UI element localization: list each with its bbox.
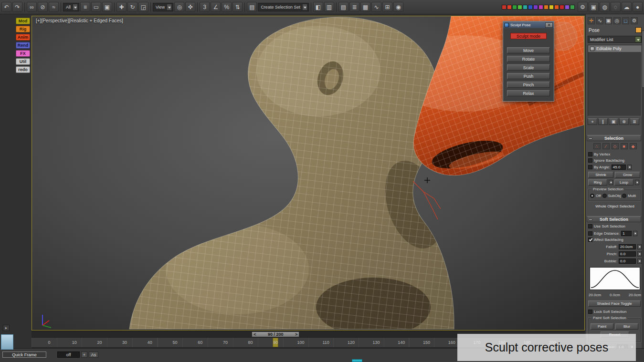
redo-icon[interactable]: ↷ bbox=[12, 2, 22, 12]
ribbon-toggle-icon[interactable]: ▦ bbox=[360, 2, 370, 12]
color-swatch[interactable] bbox=[538, 5, 543, 10]
bubble-spinner[interactable] bbox=[637, 259, 642, 264]
time-slider-handle[interactable]: < 90 / 200 > bbox=[252, 331, 299, 337]
sculpt-rotate-button[interactable]: Rotate bbox=[507, 56, 550, 62]
checkbox-by-vertex[interactable] bbox=[588, 152, 592, 156]
color-swatch[interactable] bbox=[560, 5, 564, 10]
shrink-button[interactable]: Shrink bbox=[588, 172, 613, 178]
sculpt-scale-button[interactable]: Scale bbox=[507, 64, 550, 71]
color-swatch[interactable] bbox=[512, 5, 517, 10]
quick-frame-button[interactable]: Quick Frame bbox=[2, 352, 46, 358]
select-and-link-icon[interactable]: ∞ bbox=[27, 2, 37, 12]
expand-arrow-icon[interactable]: ▸ bbox=[3, 325, 10, 331]
sculpt-dialog-titlebar[interactable]: Sculpt Pose ✕ bbox=[503, 21, 554, 28]
make-unique-icon[interactable]: ▣ bbox=[609, 118, 618, 125]
sculpt-pose-dialog[interactable]: Sculpt Pose ✕ Sculpt mode MoveRotateScal… bbox=[503, 21, 554, 102]
element-mode-icon[interactable]: ◆ bbox=[630, 143, 637, 149]
snaps-toggle-icon[interactable]: 3 bbox=[200, 2, 210, 12]
polygon-mode-icon[interactable]: ■ bbox=[621, 143, 628, 149]
ring-spinner[interactable] bbox=[609, 180, 613, 185]
select-and-manipulate-icon[interactable]: ✜ bbox=[185, 2, 195, 12]
render-setup-icon[interactable]: ⚙ bbox=[578, 2, 588, 12]
panel-scrollbar[interactable] bbox=[642, 31, 644, 362]
utilities-tab-icon[interactable]: ⚙ bbox=[631, 17, 638, 24]
color-swatch[interactable] bbox=[565, 5, 570, 10]
perspective-viewport[interactable]: [+][Perspective][Realistic + Edged Faces… bbox=[32, 16, 585, 331]
side-tab-fx[interactable]: FX bbox=[16, 50, 30, 57]
radio-preview-off[interactable] bbox=[590, 194, 594, 198]
display-tab-icon[interactable]: □ bbox=[622, 17, 629, 24]
modify-tab-icon[interactable]: ∿ bbox=[596, 17, 603, 24]
color-swatch[interactable] bbox=[517, 5, 522, 10]
color-swatch[interactable] bbox=[533, 5, 538, 10]
color-swatch[interactable] bbox=[528, 5, 533, 10]
show-end-result-icon[interactable]: ∥ bbox=[598, 118, 608, 125]
modifier-stack[interactable]: Editable Poly bbox=[588, 45, 642, 116]
remove-modifier-icon[interactable]: ⊗ bbox=[619, 118, 629, 125]
spinner-snap-icon[interactable]: ⇅ bbox=[232, 2, 243, 12]
edit-named-selection-sets-icon[interactable]: ▤ bbox=[247, 2, 257, 12]
color-swatch[interactable] bbox=[523, 5, 528, 10]
loop-button[interactable]: Loop bbox=[614, 179, 633, 186]
select-and-move-icon[interactable]: ✚ bbox=[116, 2, 127, 12]
hierarchy-tab-icon[interactable]: ▣ bbox=[605, 17, 612, 24]
close-icon[interactable]: ✕ bbox=[545, 22, 553, 28]
side-tab-util[interactable]: Util bbox=[16, 58, 30, 65]
falloff-spinner[interactable] bbox=[637, 244, 642, 249]
bubble-field[interactable]: 0.0 bbox=[619, 259, 636, 264]
mode-dropdown[interactable]: off bbox=[57, 352, 80, 358]
named-selection-sets-dropdown[interactable]: Create Selection Set bbox=[258, 3, 309, 11]
bind-to-space-warp-icon[interactable]: ≈ bbox=[49, 2, 59, 12]
color-swatch[interactable] bbox=[502, 5, 507, 10]
vertex-mode-icon[interactable]: ∴ bbox=[593, 143, 601, 149]
checkbox-edge-distance[interactable] bbox=[588, 231, 592, 236]
rollout-soft-selection[interactable]: Soft Selection bbox=[587, 216, 641, 222]
sculpt-mode-button[interactable]: Sculpt mode bbox=[510, 33, 547, 39]
side-tab-rig[interactable]: Rig bbox=[16, 26, 30, 32]
viewport-canvas[interactable] bbox=[32, 16, 584, 330]
object-color-swatch[interactable] bbox=[635, 27, 642, 33]
color-swatch[interactable] bbox=[554, 5, 559, 10]
paint-button[interactable]: Paint bbox=[591, 323, 613, 330]
select-by-name-icon[interactable]: ≡ bbox=[80, 2, 90, 12]
rectangular-selection-icon[interactable]: ▭ bbox=[91, 2, 101, 12]
color-swatch[interactable] bbox=[507, 5, 512, 10]
reference-coordinate-dropdown[interactable]: View bbox=[153, 3, 173, 11]
render-iterative-icon[interactable]: ◌ bbox=[611, 2, 621, 12]
align-icon[interactable]: ▥ bbox=[324, 2, 334, 12]
color-swatch[interactable] bbox=[544, 5, 549, 10]
loop-spinner[interactable] bbox=[635, 180, 639, 185]
sculpt-move-button[interactable]: Move bbox=[507, 47, 550, 53]
window-crossing-icon[interactable]: ▣ bbox=[102, 2, 112, 12]
border-mode-icon[interactable]: ◇ bbox=[612, 143, 619, 149]
viewport-label[interactable]: [+][Perspective][Realistic + Edged Faces… bbox=[36, 18, 123, 23]
layer-explorer-icon[interactable]: ≣ bbox=[349, 2, 359, 12]
by-angle-spinner[interactable] bbox=[627, 165, 632, 170]
color-swatch[interactable] bbox=[570, 5, 575, 10]
percent-snap-icon[interactable]: % bbox=[222, 2, 232, 12]
motion-tab-icon[interactable]: ◎ bbox=[613, 17, 621, 24]
modifier-list-dropdown[interactable]: Modifier List bbox=[588, 36, 642, 43]
as-button[interactable]: As bbox=[89, 352, 98, 358]
pinch-spinner[interactable] bbox=[637, 251, 642, 257]
configure-modifier-sets-icon[interactable]: ≣ bbox=[630, 118, 639, 125]
radio-preview-subobj[interactable] bbox=[602, 194, 607, 198]
plus-button[interactable]: + bbox=[81, 352, 87, 358]
checkbox-ignore-backfacing[interactable] bbox=[588, 158, 592, 163]
checkbox-lock-soft-selection[interactable] bbox=[588, 310, 592, 314]
undo-icon[interactable]: ↶ bbox=[1, 2, 11, 12]
side-tab-redo[interactable]: redo bbox=[16, 66, 30, 73]
schematic-view-icon[interactable]: ⊞ bbox=[382, 2, 392, 12]
falloff-field[interactable]: 20.0cm bbox=[619, 244, 636, 249]
cloud-render-icon[interactable]: ☁ bbox=[622, 2, 632, 12]
angle-snap-icon[interactable]: ∠ bbox=[211, 2, 221, 12]
selection-filter-dropdown[interactable]: All bbox=[63, 3, 79, 11]
checkbox-use-soft-selection[interactable] bbox=[588, 224, 592, 228]
select-and-scale-icon[interactable]: ◲ bbox=[138, 2, 148, 12]
sculpt-push-button[interactable]: Push bbox=[507, 73, 550, 79]
ring-button[interactable]: Ring bbox=[588, 179, 607, 186]
side-tab-mod[interactable]: Mod bbox=[16, 18, 30, 24]
shaded-face-toggle-button[interactable]: Shaded Face Toggle bbox=[588, 300, 641, 307]
edge-mode-icon[interactable]: ∕ bbox=[602, 143, 610, 149]
pin-stack-icon[interactable]: ⌖ bbox=[588, 118, 597, 125]
